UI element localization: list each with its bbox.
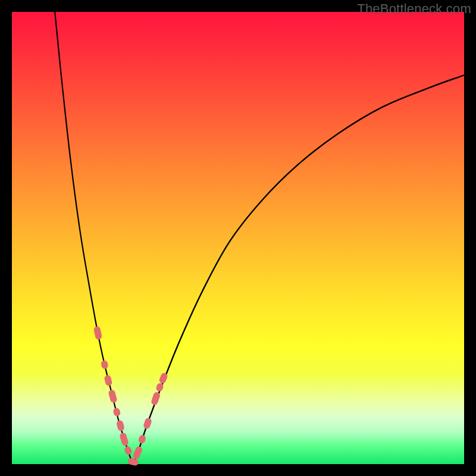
chart-svg <box>12 12 464 464</box>
curve-right-branch <box>133 75 464 464</box>
chart-frame: TheBottleneck.com <box>0 0 476 476</box>
marker-dash <box>124 446 133 456</box>
marker-cluster <box>93 326 168 466</box>
marker-dash <box>101 360 109 369</box>
marker-dash <box>119 432 129 446</box>
marker-dash <box>93 326 102 340</box>
marker-dash <box>116 419 125 431</box>
marker-dash <box>112 407 121 416</box>
marker-dash <box>143 417 152 430</box>
marker-dash <box>132 446 143 461</box>
watermark-text: TheBottleneck.com <box>357 1 471 17</box>
marker-dash <box>151 392 161 406</box>
marker-dash <box>104 374 112 386</box>
curve-left-branch <box>55 12 133 464</box>
marker-dash <box>108 389 117 403</box>
marker-dash <box>137 434 146 444</box>
plot-area <box>12 12 464 464</box>
